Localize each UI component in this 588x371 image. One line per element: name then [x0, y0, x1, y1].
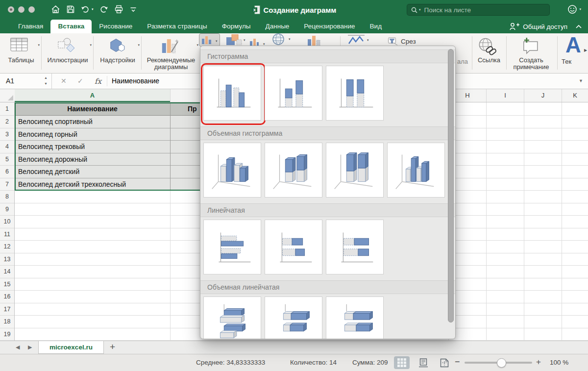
window-zoom-button[interactable] [28, 6, 35, 13]
chart-type-bar-stacked[interactable] [265, 220, 322, 274]
row-header-12[interactable]: 12 [0, 241, 14, 253]
row-header-1[interactable]: 1 [0, 102, 14, 116]
insert-map-chart-button[interactable]: ▾ [270, 33, 291, 46]
name-box-stepper[interactable]: ▲▼ [44, 75, 48, 87]
window-close-button[interactable] [8, 6, 14, 13]
tab-vstavka[interactable]: Вставка [50, 20, 92, 33]
row-header-18[interactable]: 18 [0, 316, 14, 328]
ribbon-group-recommended-charts[interactable]: ▾ Рекомендуемые диаграммы [143, 33, 199, 73]
add-sheet-button[interactable]: + [110, 342, 115, 352]
search-scope-icon[interactable]: ▾ [419, 8, 421, 12]
redo-icon[interactable] [99, 5, 108, 14]
name-box[interactable]: A1 ▲▼ [0, 74, 52, 89]
home-icon[interactable] [51, 5, 60, 14]
zoom-level[interactable]: 100 % [550, 359, 568, 366]
table-row[interactable]: Велосипед дорожный [15, 153, 219, 166]
zoom-out-button[interactable]: − [455, 357, 460, 367]
chart-type-col-stacked[interactable] [265, 66, 322, 121]
table-row[interactable]: Велосипед трековый [15, 141, 219, 153]
chart-type-col3d-basic[interactable] [387, 143, 445, 198]
menu-scrollbar-thumb[interactable] [448, 49, 454, 322]
row-header-5[interactable]: 5 [0, 153, 14, 166]
row-header-3[interactable]: 3 [0, 128, 14, 141]
row-header-2[interactable]: 2 [0, 116, 14, 128]
row-header-8[interactable]: 8 [0, 191, 14, 203]
page-layout-view-button[interactable] [416, 356, 431, 369]
window-minimize-button[interactable] [18, 6, 24, 13]
row-header-9[interactable]: 9 [0, 203, 14, 216]
row-header-10[interactable]: 10 [0, 216, 14, 228]
share-button[interactable]: Общий доступ [510, 23, 567, 30]
enter-button[interactable]: ✓ [77, 77, 83, 85]
table-row[interactable]: Велосипед детский [15, 166, 219, 178]
chart-type-bar3d-clustered[interactable] [203, 297, 261, 339]
row-header-6[interactable]: 6 [0, 166, 14, 178]
row-header-4[interactable]: 4 [0, 141, 14, 153]
column-header-A[interactable]: A [15, 89, 170, 102]
tab-dannye[interactable]: Данные [258, 20, 297, 33]
insert-function-button[interactable]: fx [95, 77, 101, 86]
undo-icon[interactable] [81, 5, 90, 14]
assistant-menu[interactable]: ▾ [567, 4, 581, 14]
row-header-7[interactable]: 7 [0, 178, 14, 191]
chart-type-bar3d-stacked[interactable] [265, 297, 322, 339]
zoom-in-button[interactable]: + [536, 357, 541, 367]
zoom-slider-handle[interactable] [497, 358, 506, 368]
insert-column-chart-button[interactable]: ▾ [199, 33, 220, 47]
table-row[interactable]: Велосипед спортивный [15, 116, 219, 128]
page-break-view-button[interactable] [437, 356, 452, 369]
chart-type-col3d-100[interactable] [326, 143, 384, 198]
chart-type-col3d-stacked[interactable] [265, 143, 322, 198]
tab-risovanie[interactable]: Рисование [92, 20, 140, 33]
tab-vid[interactable]: Вид [363, 20, 389, 33]
search-field[interactable]: ▾ Поиск на листе [407, 4, 550, 16]
chart-type-bar-100[interactable] [326, 220, 384, 274]
row-header-14[interactable]: 14 [0, 266, 14, 278]
column-header-I[interactable]: I [486, 89, 524, 102]
cell-B1-partial[interactable]: Пр [188, 102, 197, 116]
print-icon[interactable] [114, 5, 123, 14]
slicer-button[interactable]: Срез [388, 37, 416, 46]
ribbon-group-illustrations[interactable]: ▾ Иллюстрации [43, 33, 92, 73]
collapse-ribbon-icon[interactable] [575, 24, 582, 29]
table-row[interactable]: Велосипед горный [15, 128, 219, 141]
chart-type-col-100[interactable] [326, 66, 384, 121]
row-header-19[interactable]: 19 [0, 328, 14, 341]
formula-bar-expand-icon[interactable]: ▼ [579, 78, 583, 83]
insert-small-chart-button[interactable]: ▾ [250, 38, 265, 46]
tab-recenzirovanie[interactable]: Рецензирование [296, 20, 362, 33]
row-header-13[interactable]: 13 [0, 253, 14, 266]
cancel-button[interactable]: ✕ [61, 77, 67, 85]
tab-glavnaya[interactable]: Главная [11, 20, 50, 33]
cell-A1[interactable]: Наименование [15, 102, 170, 116]
tab-razmetka[interactable]: Разметка страницы [140, 20, 214, 33]
normal-view-button[interactable] [394, 356, 410, 369]
undo-dropdown-icon[interactable]: ▾ [92, 7, 94, 11]
selected-range[interactable]: Наименование Пр Велосипед спортивный Вел… [15, 102, 219, 191]
chart-type-col3d-clustered[interactable] [203, 143, 261, 198]
formula-content[interactable]: Наименование [112, 77, 159, 85]
ribbon-group-tables[interactable]: ▾ Таблицы [2, 33, 40, 73]
ribbon-group-link[interactable]: Ссылка [473, 33, 505, 73]
row-header-15[interactable]: 15 [0, 278, 14, 291]
select-all-corner[interactable] [0, 89, 15, 102]
text-group-icon[interactable]: А [562, 32, 585, 58]
column-header-K[interactable]: K [562, 89, 588, 102]
chart-type-col-clustered[interactable] [203, 66, 261, 121]
column-header-J[interactable]: J [524, 89, 562, 102]
ribbon-group-new-comment[interactable]: Создать примечание [508, 33, 555, 73]
tab-formuly[interactable]: Формулы [215, 20, 258, 33]
table-header-row[interactable]: Наименование Пр [15, 102, 219, 116]
ribbon-group-addins[interactable]: ▾ Надстройки [95, 33, 140, 73]
table-row[interactable]: Велосипед детский трехколесный [15, 178, 219, 191]
row-header-11[interactable]: 11 [0, 228, 14, 241]
row-header-17[interactable]: 17 [0, 303, 14, 316]
next-sheet-button[interactable]: ▶ [28, 344, 32, 350]
ribbon-overflow-icon[interactable]: ▶ [584, 48, 587, 52]
sheet-tab-active[interactable]: microexcel.ru [38, 341, 104, 354]
chart-type-bar-clustered[interactable] [203, 220, 261, 274]
toolbar-options-icon[interactable] [129, 5, 137, 14]
save-icon[interactable] [66, 5, 75, 14]
insert-area-chart-button[interactable]: ▾ [226, 34, 245, 45]
insert-sparkline-button[interactable]: ▾ [347, 34, 369, 45]
